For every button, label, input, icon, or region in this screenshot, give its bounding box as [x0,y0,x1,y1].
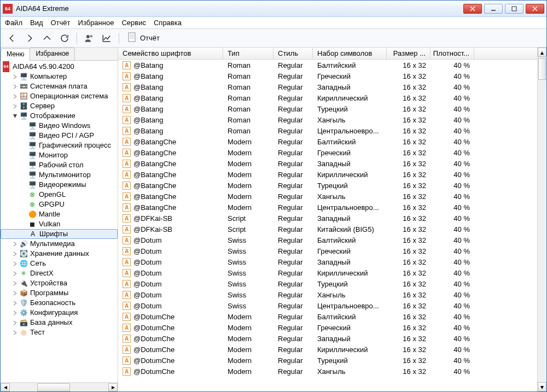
tree-item[interactable]: ◎Тест [1,327,118,337]
col-density[interactable]: Плотност... [430,48,474,59]
tree-item[interactable]: 🖥️Видеорежимы [1,180,118,190]
table-row[interactable]: A@DFKai-SBScriptRegularЗападный16 x 3240… [118,213,546,224]
tree-item[interactable]: ⊗GPGPU [1,200,118,209]
disclosure-icon[interactable] [11,280,18,286]
disclosure-icon[interactable] [11,319,18,326]
menu-view[interactable]: Вид [30,19,43,27]
table-row[interactable]: A@DotumCheModernRegularГреческий16 x 324… [118,322,546,333]
col-charset[interactable]: Набор символов [313,48,387,59]
tree-item[interactable]: 📼Системная плата [1,81,118,91]
tree-item[interactable]: 🟠Mantle [1,209,118,219]
table-row[interactable]: A@DotumCheModernRegularБалтийский16 x 32… [118,311,546,322]
minimize-button[interactable] [484,4,503,14]
table-row[interactable]: A@DotumCheModernRegularХангыль16 x 3240 … [118,366,546,377]
menu-help[interactable]: Справка [154,19,182,27]
report-button[interactable]: Отчёт [123,31,165,46]
table-row[interactable]: A@DotumCheModernRegularЗападный16 x 3240… [118,333,546,344]
tree-item[interactable]: 🖥️Видео PCI / AGP [1,131,118,141]
table-row[interactable]: A@DFKai-SBScriptRegularКитайский (BIG5)1… [118,224,546,235]
tree-item[interactable]: 📦Программы [1,288,118,298]
up-button[interactable] [39,31,55,46]
tree-item[interactable]: 🖥️Монитор [1,150,118,160]
tree-item[interactable]: 🗄️Сервер [1,101,118,111]
table-row[interactable]: A@BatangRomanRegularКириллический16 x 32… [118,92,546,103]
table-row[interactable]: A@DotumSwissRegularТурецкий16 x 3240 % [118,278,546,289]
scroll-thumb[interactable] [37,383,70,391]
tab-menu[interactable]: Меню [1,48,30,61]
table-row[interactable]: A@BatangCheModernRegularКириллический16 … [118,169,546,180]
disclosure-icon[interactable] [11,241,18,247]
tree-item[interactable]: 🖥️Компьютер [1,72,118,81]
tree-root[interactable]: 64 AIDA64 v5.90.4200 [1,62,118,72]
tree-item[interactable]: 🪟Операционная система [1,91,118,101]
disclosure-icon[interactable] [11,103,18,109]
table-row[interactable]: A@BatangRomanRegularЗападный16 x 3240 % [118,81,546,92]
col-style[interactable]: Стиль [274,48,313,59]
tree-item[interactable]: 🖥️Мультимонитор [1,170,118,180]
table-row[interactable]: A@DotumSwissRegularЦентральноевро...16 x… [118,300,546,311]
table-row[interactable]: A@BatangRomanRegularХангыль16 x 3240 % [118,114,546,125]
tree-item[interactable]: 💽Хранение данных [1,249,118,259]
tree-item[interactable]: 🔊Мультимедиа [1,239,118,249]
rows-container[interactable]: A@BatangRomanRegularБалтийский16 x 3240 … [118,60,546,391]
table-row[interactable]: A@BatangCheModernRegularБалтийский16 x 3… [118,136,546,147]
tree-item[interactable]: 🖥️Отображение [1,111,118,121]
content-vscrollbar[interactable]: ▴ ▾ [537,48,546,391]
disclosure-icon[interactable] [11,329,18,336]
table-row[interactable]: A@BatangRomanRegularГреческий16 x 3240 % [118,71,546,81]
table-row[interactable]: A@DotumSwissRegularКириллический16 x 324… [118,267,546,278]
col-family[interactable]: Семейство шрифтов [118,48,223,59]
tree-item[interactable]: 🌐Сеть [1,259,118,268]
table-row[interactable]: A@BatangRomanRegularЦентральноевро...16 … [118,125,546,136]
table-row[interactable]: A@BatangCheModernRegularГреческий16 x 32… [118,147,546,158]
disclosure-icon[interactable] [11,270,18,277]
table-row[interactable]: A@BatangCheModernRegularХангыль16 x 3240… [118,191,546,202]
table-row[interactable]: A@DotumSwissRegularГреческий16 x 3240 % [118,245,546,256]
col-type[interactable]: Тип [223,48,274,59]
scroll-thumb[interactable] [538,58,546,80]
tree-item[interactable]: 🖥️Графический процесс [1,141,118,150]
col-size[interactable]: Размер ... [387,48,430,59]
tree-item[interactable]: ◼Vulkan [1,219,118,229]
disclosure-icon[interactable] [11,309,18,316]
tree-item[interactable]: 🛡️Безопасность [1,298,118,308]
table-row[interactable]: A@BatangCheModernRegularЗападный16 x 324… [118,158,546,169]
scroll-up-icon[interactable]: ▴ [538,48,546,57]
table-row[interactable]: A@DotumSwissRegularХангыль16 x 3240 % [118,289,546,300]
menu-file[interactable]: Файл [5,19,22,27]
back-button[interactable] [4,31,20,46]
scroll-down-icon[interactable]: ▾ [538,382,546,391]
tree-item[interactable]: 🖥️Рабочий стол [1,160,118,170]
disclosure-icon[interactable] [11,250,18,257]
tab-favorites[interactable]: Избранное [30,48,75,60]
disclosure-icon[interactable] [11,73,18,80]
table-row[interactable]: A@DotumSwissRegularБалтийский16 x 3240 % [118,235,546,245]
tree-item[interactable]: AШрифты [1,229,118,239]
inner-close-button[interactable] [463,4,482,14]
maximize-button[interactable] [505,4,523,14]
disclosure-icon[interactable] [11,300,18,306]
tree-hscrollbar[interactable]: ◂ ▸ [1,382,118,391]
disclosure-icon[interactable] [11,83,18,90]
close-button[interactable] [526,4,544,14]
tree-item[interactable]: ⚙️Конфигурация [1,308,118,318]
tree-item[interactable]: 🗃️База данных [1,318,118,327]
disclosure-icon[interactable] [11,113,18,119]
table-row[interactable]: A@BatangCheModernRegularЦентральноевро..… [118,202,546,213]
scroll-right-icon[interactable]: ▸ [108,383,118,391]
tree-item[interactable]: 🖥️Видео Windows [1,121,118,131]
graph-button[interactable] [98,31,115,46]
tree-item[interactable]: ✳DirectX [1,268,118,278]
forward-button[interactable] [21,31,38,46]
user-button[interactable] [81,31,97,46]
menu-favorites[interactable]: Избранное [78,19,114,27]
refresh-button[interactable] [56,31,73,46]
table-row[interactable]: A@DotumCheModernRegularКириллический16 x… [118,344,546,355]
table-row[interactable]: A@DotumCheModernRegularТурецкий16 x 3240… [118,355,546,366]
menu-tools[interactable]: Сервис [121,19,146,27]
tree-item[interactable]: ⊗OpenGL [1,190,118,200]
table-row[interactable]: A@BatangRomanRegularБалтийский16 x 3240 … [118,60,546,71]
disclosure-icon[interactable] [11,93,18,100]
table-row[interactable]: A@BatangCheModernRegularТурецкий16 x 324… [118,180,546,191]
table-row[interactable]: A@BatangRomanRegularТурецкий16 x 3240 % [118,103,546,114]
